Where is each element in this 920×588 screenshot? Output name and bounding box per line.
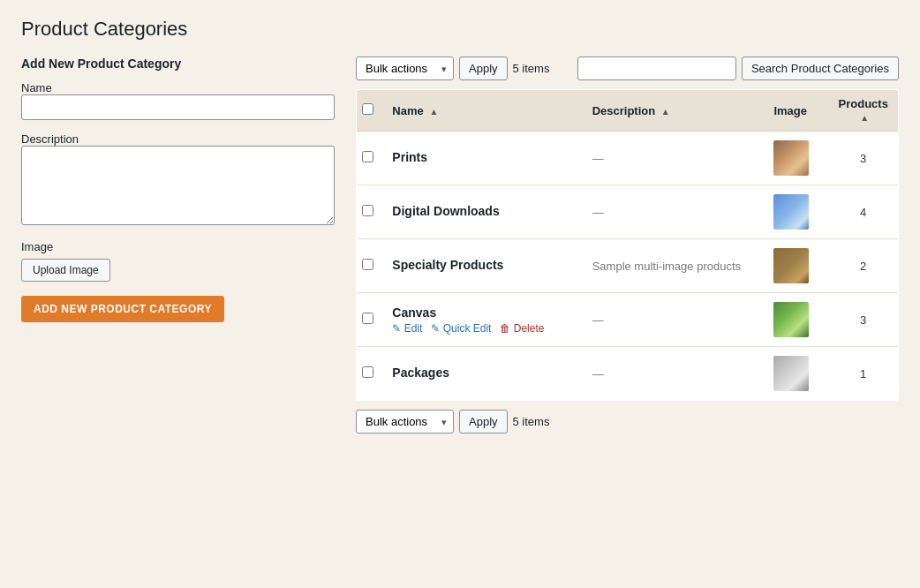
row-checkbox[interactable] bbox=[362, 313, 373, 324]
row-description-cell: Sample multi-image products bbox=[584, 239, 765, 293]
row-image-cell bbox=[765, 293, 828, 347]
categories-table: Name ▲ Description ▲ Image Products ▲ bbox=[356, 89, 899, 401]
table-row: Packages—1 bbox=[357, 347, 899, 401]
category-name[interactable]: Specialty Products bbox=[392, 258, 574, 272]
row-products-count: 3 bbox=[828, 293, 898, 347]
name-input[interactable] bbox=[21, 94, 335, 120]
row-name-cell: Packages bbox=[383, 347, 583, 401]
row-checkbox[interactable] bbox=[362, 151, 373, 162]
row-checkbox-cell bbox=[357, 293, 384, 347]
row-checkbox-cell bbox=[357, 132, 384, 185]
row-checkbox-cell bbox=[357, 347, 384, 401]
table-row: Prints—3 bbox=[357, 132, 899, 185]
row-description-cell: — bbox=[584, 293, 765, 347]
row-checkbox[interactable] bbox=[362, 366, 373, 378]
apply-button-top[interactable]: Apply bbox=[459, 57, 508, 80]
left-panel: Add New Product Category Name Descriptio… bbox=[21, 57, 335, 322]
row-actions: ✎ Edit✎ Quick Edit🗑 Delete bbox=[392, 322, 574, 335]
toolbar-left: Bulk actions Apply 5 items bbox=[356, 57, 549, 80]
row-image-cell bbox=[765, 239, 828, 293]
row-description: Sample multi-image products bbox=[592, 260, 741, 273]
row-description: — bbox=[592, 367, 604, 381]
header-checkbox-cell bbox=[357, 90, 384, 132]
row-products-count: 2 bbox=[828, 239, 898, 293]
table-row: Digital Downloads—4 bbox=[357, 185, 899, 239]
row-checkbox[interactable] bbox=[362, 205, 373, 216]
row-products-count: 4 bbox=[828, 185, 898, 239]
header-image: Image bbox=[765, 90, 828, 132]
header-name[interactable]: Name ▲ bbox=[383, 90, 583, 132]
table-row: Canvas✎ Edit✎ Quick Edit🗑 Delete—3 bbox=[357, 293, 899, 347]
quick-edit-action[interactable]: ✎ Quick Edit bbox=[431, 322, 491, 335]
category-thumbnail bbox=[773, 140, 809, 176]
select-all-checkbox[interactable] bbox=[362, 103, 373, 115]
top-toolbar: Bulk actions Apply 5 items Search Produc… bbox=[356, 57, 899, 80]
row-description: — bbox=[592, 313, 604, 327]
row-description-cell: — bbox=[584, 185, 765, 239]
items-count-bottom: 5 items bbox=[513, 415, 550, 428]
category-name[interactable]: Digital Downloads bbox=[392, 204, 574, 218]
bulk-actions-wrapper-bottom: Bulk actions bbox=[356, 410, 454, 433]
row-image-cell bbox=[765, 185, 828, 239]
page-title: Product Categories bbox=[21, 18, 899, 41]
bulk-actions-select-bottom[interactable]: Bulk actions bbox=[356, 410, 454, 433]
search-input[interactable] bbox=[577, 57, 736, 80]
image-label: Image bbox=[21, 240, 335, 253]
bulk-actions-select-top[interactable]: Bulk actions bbox=[356, 57, 454, 80]
header-description[interactable]: Description ▲ bbox=[584, 90, 765, 132]
right-panel: Bulk actions Apply 5 items Search Produc… bbox=[356, 57, 899, 433]
row-name-cell: Digital Downloads bbox=[383, 185, 583, 239]
bulk-actions-wrapper-top: Bulk actions bbox=[356, 57, 454, 80]
add-category-button[interactable]: ADD NEW PRODUCT CATEGORY bbox=[21, 296, 224, 322]
header-products[interactable]: Products ▲ bbox=[828, 90, 898, 132]
description-label: Description bbox=[21, 132, 79, 146]
category-thumbnail bbox=[773, 194, 809, 230]
category-name[interactable]: Packages bbox=[392, 366, 574, 380]
row-image-cell bbox=[765, 132, 828, 185]
row-description-cell: — bbox=[584, 132, 765, 185]
category-name[interactable]: Canvas bbox=[392, 305, 574, 320]
add-new-title: Add New Product Category bbox=[21, 57, 335, 71]
toolbar-right: Search Product Categories bbox=[577, 57, 899, 80]
name-sort-icon: ▲ bbox=[429, 107, 438, 117]
category-name[interactable]: Prints bbox=[392, 150, 574, 164]
table-row: Specialty ProductsSample multi-image pro… bbox=[357, 239, 899, 293]
apply-button-bottom[interactable]: Apply bbox=[459, 410, 508, 433]
category-thumbnail bbox=[773, 248, 809, 283]
edit-action[interactable]: ✎ Edit bbox=[392, 322, 422, 335]
row-products-count: 1 bbox=[828, 347, 898, 401]
row-description-cell: — bbox=[584, 347, 765, 401]
row-name-cell: Prints bbox=[383, 132, 583, 185]
row-name-cell: Specialty Products bbox=[383, 239, 583, 293]
search-button[interactable]: Search Product Categories bbox=[742, 57, 899, 80]
desc-sort-icon: ▲ bbox=[661, 107, 670, 117]
row-checkbox[interactable] bbox=[362, 259, 373, 270]
delete-action[interactable]: 🗑 Delete bbox=[500, 322, 544, 335]
row-description: — bbox=[592, 206, 604, 219]
bottom-toolbar: Bulk actions Apply 5 items bbox=[356, 410, 899, 433]
row-products-count: 3 bbox=[828, 132, 898, 185]
row-name-cell: Canvas✎ Edit✎ Quick Edit🗑 Delete bbox=[383, 293, 583, 347]
name-label: Name bbox=[21, 81, 52, 94]
row-image-cell bbox=[765, 347, 828, 401]
row-checkbox-cell bbox=[357, 185, 384, 239]
category-thumbnail bbox=[773, 302, 809, 337]
upload-image-button[interactable]: Upload Image bbox=[21, 259, 110, 282]
row-checkbox-cell bbox=[357, 239, 384, 293]
description-input[interactable] bbox=[21, 146, 335, 225]
bottom-toolbar-left: Bulk actions Apply 5 items bbox=[356, 410, 549, 433]
items-count-top: 5 items bbox=[513, 62, 550, 75]
products-sort-icon: ▲ bbox=[860, 113, 869, 123]
category-thumbnail bbox=[773, 356, 809, 391]
row-description: — bbox=[592, 152, 604, 165]
